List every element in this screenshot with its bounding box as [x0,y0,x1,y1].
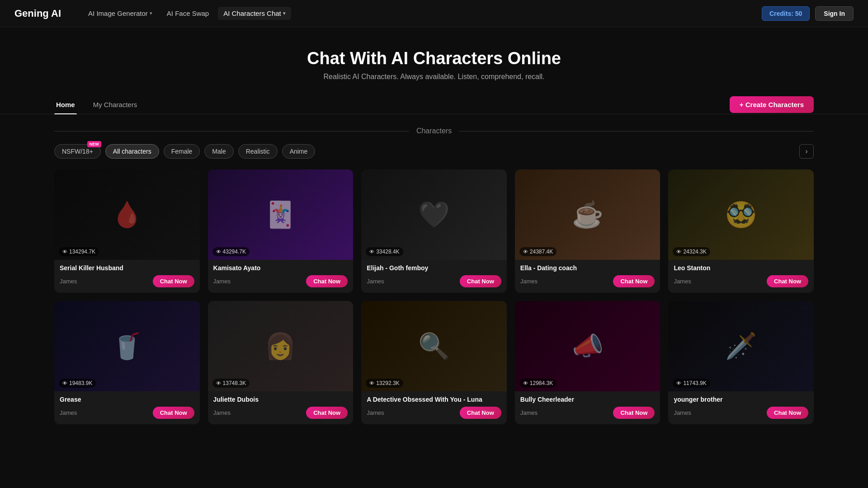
character-author: James [520,278,538,285]
character-image: 📣 12984.3K [515,301,660,391]
character-card[interactable]: 🖤 33428.4K Elijah - Goth femboy James Ch… [361,169,507,293]
character-image: 👩 13748.3K [208,301,354,391]
character-name: Kamisato Ayato [213,264,348,272]
filter-all-characters[interactable]: All characters [105,144,159,159]
character-name: Leo Stanton [674,264,808,272]
character-info: Grease James Chat Now [54,391,200,424]
character-views: 12984.3K [519,379,557,388]
character-card[interactable]: ☕ 24387.4K Ella - Dating coach James Cha… [515,169,660,293]
character-card[interactable]: 🃏 43294.7K Kamisato Ayato James Chat Now [208,169,354,293]
character-footer: James Chat Now [213,407,348,419]
nav-characters-chat[interactable]: AI Characters Chat ▾ [218,7,291,20]
character-name: Ella - Dating coach [520,264,655,272]
nav-image-generator[interactable]: AI Image Generator ▾ [83,7,158,20]
character-card[interactable]: 🗡️ 11743.9K younger brother James Chat N… [668,301,814,424]
character-views: 13292.3K [366,379,403,388]
chat-now-button[interactable]: Chat Now [767,275,808,287]
brand-logo[interactable]: Gening AI [14,8,61,19]
section-divider: Characters [54,127,814,135]
chat-now-button[interactable]: Chat Now [767,407,808,419]
character-views: 24387.4K [519,247,557,256]
character-author: James [674,409,691,416]
character-info: Bully Cheerleader James Chat Now [515,391,660,424]
character-footer: James Chat Now [520,407,655,419]
character-info: younger brother James Chat Now [668,391,814,424]
chat-now-button[interactable]: Chat Now [613,407,655,419]
character-card[interactable]: 🔍 13292.3K A Detective Obsessed With You… [361,301,507,424]
character-card[interactable]: 👩 13748.3K Juliette Dubois James Chat No… [208,301,354,424]
character-footer: James Chat Now [60,407,194,419]
tab-home[interactable]: Home [54,95,77,114]
filter-nsfw[interactable]: NEW NSFW/18+ [54,144,101,159]
character-footer: James Chat Now [60,275,194,287]
character-author: James [520,409,538,416]
filter-chevron-right[interactable]: › [799,144,814,159]
character-name: Serial Killer Husband [60,264,194,272]
signin-button[interactable]: Sign In [815,6,854,21]
tab-my-characters[interactable]: My Characters [91,95,139,114]
character-card[interactable]: 🩸 134294.7K Serial Killer Husband James … [54,169,200,293]
credits-button[interactable]: Credits: 50 [762,6,810,21]
character-info: A Detective Obsessed With You - Luna Jam… [361,391,507,424]
character-name: Bully Cheerleader [520,396,655,403]
character-card[interactable]: 🥸 24324.3K Leo Stanton James Chat Now [668,169,814,293]
divider-left [54,131,409,131]
create-characters-button[interactable]: + Create Characters [730,96,814,113]
chevron-down-icon-chat: ▾ [283,10,286,16]
chat-now-button[interactable]: Chat Now [460,407,501,419]
nav-links: AI Image Generator ▾ AI Face Swap AI Cha… [83,7,747,20]
character-name: A Detective Obsessed With You - Luna [367,396,501,403]
character-info: Juliette Dubois James Chat Now [208,391,354,424]
character-name: Grease [60,396,194,403]
chat-now-button[interactable]: Chat Now [153,275,194,287]
character-author: James [60,278,77,285]
character-info: Kamisato Ayato James Chat Now [208,260,354,293]
character-image: 🥸 24324.3K [668,169,814,260]
hero-section: Chat With AI Characters Online Realistic… [0,27,868,92]
character-image: 🃏 43294.7K [208,169,354,260]
character-card[interactable]: 📣 12984.3K Bully Cheerleader James Chat … [515,301,660,424]
filter-male[interactable]: Male [204,144,233,159]
chat-now-button[interactable]: Chat Now [306,275,348,287]
character-name: Elijah - Goth femboy [367,264,501,272]
filter-realistic[interactable]: Realistic [238,144,278,159]
character-image: 🔍 13292.3K [361,301,507,391]
character-author: James [213,278,231,285]
hero-title: Chat With AI Characters Online [9,49,859,68]
character-views: 134294.7K [59,247,99,256]
character-card[interactable]: 🥤 19483.9K Grease James Chat Now [54,301,200,424]
filter-row: NEW NSFW/18+ All characters Female Male … [54,144,814,159]
character-author: James [674,278,691,285]
navbar-right: Credits: 50 Sign In [762,6,854,21]
character-views: 13748.3K [212,379,250,388]
character-views: 43294.7K [212,247,250,256]
character-views: 33428.4K [366,247,403,256]
character-image: ☕ 24387.4K [515,169,660,260]
filter-female[interactable]: Female [164,144,200,159]
nav-face-swap[interactable]: AI Face Swap [161,7,214,20]
character-name: Juliette Dubois [213,396,348,403]
character-footer: James Chat Now [367,275,501,287]
character-image: 🖤 33428.4K [361,169,507,260]
page-tabs: Home My Characters + Create Characters [0,95,868,114]
filter-anime[interactable]: Anime [282,144,316,159]
character-author: James [367,278,384,285]
divider-right [459,131,814,131]
chevron-down-icon: ▾ [150,10,152,16]
character-grid: 🩸 134294.7K Serial Killer Husband James … [54,169,814,424]
character-image: 🩸 134294.7K [54,169,200,260]
character-author: James [213,409,231,416]
chat-now-button[interactable]: Chat Now [613,275,655,287]
character-footer: James Chat Now [367,407,501,419]
character-views: 24324.3K [673,247,710,256]
chat-now-button[interactable]: Chat Now [306,407,348,419]
character-name: younger brother [674,396,808,403]
chat-now-button[interactable]: Chat Now [460,275,501,287]
chat-now-button[interactable]: Chat Now [153,407,194,419]
characters-section: Characters NEW NSFW/18+ All characters F… [0,114,868,424]
character-author: James [367,409,384,416]
character-image: 🗡️ 11743.9K [668,301,814,391]
character-footer: James Chat Now [674,275,808,287]
character-footer: James Chat Now [674,407,808,419]
character-info: Leo Stanton James Chat Now [668,260,814,293]
